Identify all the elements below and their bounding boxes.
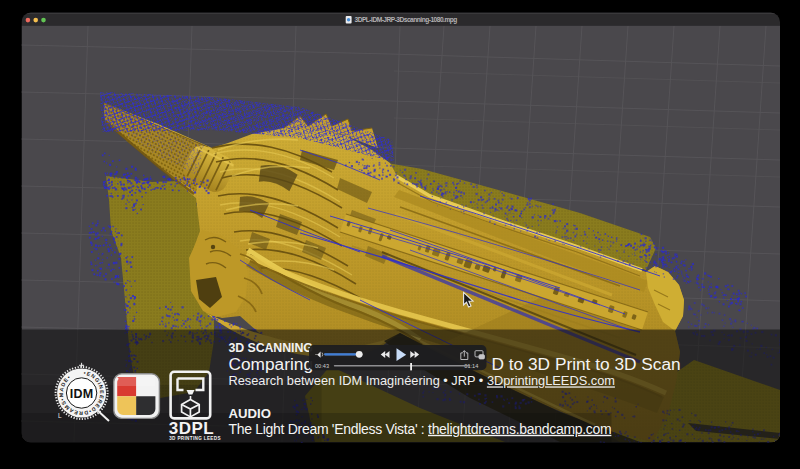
svg-text:D to 3D Print to 3D Scan: D to 3D Print to 3D Scan: [492, 354, 681, 374]
svg-text:3DPL-IDM-JRP-3Dscanning-1080.m: 3DPL-IDM-JRP-3Dscanning-1080.mpg: [355, 16, 458, 24]
svg-text:The Light Dream 'Endless Vist: The Light Dream 'Endless Vista' : thelig…: [229, 421, 612, 437]
svg-text:Comparing: Comparing: [229, 354, 314, 374]
svg-text:3D PRINTING LEEDS: 3D PRINTING LEEDS: [169, 436, 221, 441]
svg-text:Research between IDM Imaginéer: Research between IDM Imaginéering • JRP …: [229, 373, 615, 388]
svg-text:00:43: 00:43: [315, 363, 329, 369]
svg-text:3DPL: 3DPL: [169, 419, 214, 438]
svg-text:AUDIO: AUDIO: [229, 406, 272, 421]
svg-text:L: L: [58, 412, 62, 419]
svg-text:IDM: IDM: [70, 387, 94, 401]
